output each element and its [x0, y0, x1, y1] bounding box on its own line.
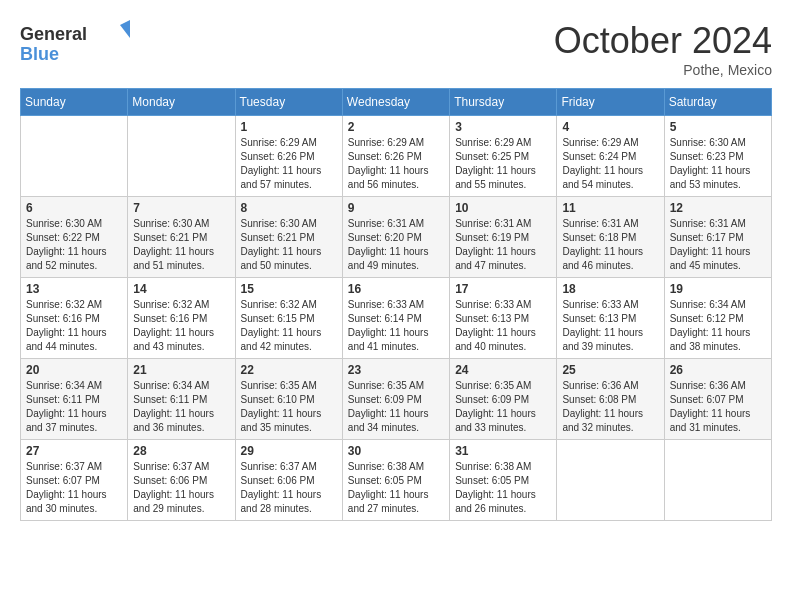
day-number: 24 — [455, 363, 551, 377]
day-info: Sunrise: 6:30 AM Sunset: 6:22 PM Dayligh… — [26, 217, 122, 273]
day-info: Sunrise: 6:29 AM Sunset: 6:26 PM Dayligh… — [348, 136, 444, 192]
table-row: 20Sunrise: 6:34 AM Sunset: 6:11 PM Dayli… — [21, 359, 128, 440]
table-row: 23Sunrise: 6:35 AM Sunset: 6:09 PM Dayli… — [342, 359, 449, 440]
day-info: Sunrise: 6:33 AM Sunset: 6:13 PM Dayligh… — [562, 298, 658, 354]
day-info: Sunrise: 6:37 AM Sunset: 6:07 PM Dayligh… — [26, 460, 122, 516]
table-row: 17Sunrise: 6:33 AM Sunset: 6:13 PM Dayli… — [450, 278, 557, 359]
col-wednesday: Wednesday — [342, 89, 449, 116]
table-row — [21, 116, 128, 197]
day-number: 15 — [241, 282, 337, 296]
day-number: 25 — [562, 363, 658, 377]
day-info: Sunrise: 6:30 AM Sunset: 6:21 PM Dayligh… — [133, 217, 229, 273]
table-row: 5Sunrise: 6:30 AM Sunset: 6:23 PM Daylig… — [664, 116, 771, 197]
day-number: 30 — [348, 444, 444, 458]
table-row: 16Sunrise: 6:33 AM Sunset: 6:14 PM Dayli… — [342, 278, 449, 359]
day-number: 7 — [133, 201, 229, 215]
calendar-week-row: 6Sunrise: 6:30 AM Sunset: 6:22 PM Daylig… — [21, 197, 772, 278]
day-number: 27 — [26, 444, 122, 458]
day-number: 4 — [562, 120, 658, 134]
day-info: Sunrise: 6:35 AM Sunset: 6:09 PM Dayligh… — [348, 379, 444, 435]
day-number: 1 — [241, 120, 337, 134]
table-row: 2Sunrise: 6:29 AM Sunset: 6:26 PM Daylig… — [342, 116, 449, 197]
day-number: 13 — [26, 282, 122, 296]
day-number: 21 — [133, 363, 229, 377]
page-header: General Blue October 2024 Pothe, Mexico — [20, 20, 772, 78]
day-info: Sunrise: 6:31 AM Sunset: 6:20 PM Dayligh… — [348, 217, 444, 273]
day-number: 6 — [26, 201, 122, 215]
table-row: 14Sunrise: 6:32 AM Sunset: 6:16 PM Dayli… — [128, 278, 235, 359]
table-row: 30Sunrise: 6:38 AM Sunset: 6:05 PM Dayli… — [342, 440, 449, 521]
table-row: 29Sunrise: 6:37 AM Sunset: 6:06 PM Dayli… — [235, 440, 342, 521]
calendar-week-row: 27Sunrise: 6:37 AM Sunset: 6:07 PM Dayli… — [21, 440, 772, 521]
day-number: 26 — [670, 363, 766, 377]
location-subtitle: Pothe, Mexico — [554, 62, 772, 78]
day-number: 22 — [241, 363, 337, 377]
day-info: Sunrise: 6:30 AM Sunset: 6:21 PM Dayligh… — [241, 217, 337, 273]
day-info: Sunrise: 6:29 AM Sunset: 6:24 PM Dayligh… — [562, 136, 658, 192]
day-number: 23 — [348, 363, 444, 377]
table-row: 15Sunrise: 6:32 AM Sunset: 6:15 PM Dayli… — [235, 278, 342, 359]
svg-text:General: General — [20, 24, 87, 44]
day-number: 14 — [133, 282, 229, 296]
table-row: 6Sunrise: 6:30 AM Sunset: 6:22 PM Daylig… — [21, 197, 128, 278]
day-info: Sunrise: 6:36 AM Sunset: 6:07 PM Dayligh… — [670, 379, 766, 435]
calendar-week-row: 13Sunrise: 6:32 AM Sunset: 6:16 PM Dayli… — [21, 278, 772, 359]
table-row: 7Sunrise: 6:30 AM Sunset: 6:21 PM Daylig… — [128, 197, 235, 278]
table-row — [128, 116, 235, 197]
day-number: 29 — [241, 444, 337, 458]
table-row: 24Sunrise: 6:35 AM Sunset: 6:09 PM Dayli… — [450, 359, 557, 440]
calendar-week-row: 1Sunrise: 6:29 AM Sunset: 6:26 PM Daylig… — [21, 116, 772, 197]
calendar-table: Sunday Monday Tuesday Wednesday Thursday… — [20, 88, 772, 521]
table-row: 26Sunrise: 6:36 AM Sunset: 6:07 PM Dayli… — [664, 359, 771, 440]
day-info: Sunrise: 6:37 AM Sunset: 6:06 PM Dayligh… — [133, 460, 229, 516]
day-info: Sunrise: 6:31 AM Sunset: 6:19 PM Dayligh… — [455, 217, 551, 273]
table-row: 4Sunrise: 6:29 AM Sunset: 6:24 PM Daylig… — [557, 116, 664, 197]
table-row: 9Sunrise: 6:31 AM Sunset: 6:20 PM Daylig… — [342, 197, 449, 278]
day-info: Sunrise: 6:31 AM Sunset: 6:17 PM Dayligh… — [670, 217, 766, 273]
logo: General Blue — [20, 20, 130, 64]
table-row: 1Sunrise: 6:29 AM Sunset: 6:26 PM Daylig… — [235, 116, 342, 197]
day-info: Sunrise: 6:32 AM Sunset: 6:16 PM Dayligh… — [133, 298, 229, 354]
day-info: Sunrise: 6:34 AM Sunset: 6:11 PM Dayligh… — [26, 379, 122, 435]
day-number: 17 — [455, 282, 551, 296]
day-info: Sunrise: 6:37 AM Sunset: 6:06 PM Dayligh… — [241, 460, 337, 516]
day-info: Sunrise: 6:33 AM Sunset: 6:14 PM Dayligh… — [348, 298, 444, 354]
day-number: 12 — [670, 201, 766, 215]
day-number: 10 — [455, 201, 551, 215]
day-info: Sunrise: 6:33 AM Sunset: 6:13 PM Dayligh… — [455, 298, 551, 354]
day-number: 5 — [670, 120, 766, 134]
day-info: Sunrise: 6:30 AM Sunset: 6:23 PM Dayligh… — [670, 136, 766, 192]
day-number: 20 — [26, 363, 122, 377]
day-info: Sunrise: 6:32 AM Sunset: 6:16 PM Dayligh… — [26, 298, 122, 354]
day-info: Sunrise: 6:34 AM Sunset: 6:12 PM Dayligh… — [670, 298, 766, 354]
logo: General Blue — [20, 20, 130, 64]
table-row: 28Sunrise: 6:37 AM Sunset: 6:06 PM Dayli… — [128, 440, 235, 521]
day-number: 18 — [562, 282, 658, 296]
day-number: 2 — [348, 120, 444, 134]
logo-svg: General Blue — [20, 20, 130, 64]
day-info: Sunrise: 6:31 AM Sunset: 6:18 PM Dayligh… — [562, 217, 658, 273]
col-monday: Monday — [128, 89, 235, 116]
table-row: 11Sunrise: 6:31 AM Sunset: 6:18 PM Dayli… — [557, 197, 664, 278]
table-row: 12Sunrise: 6:31 AM Sunset: 6:17 PM Dayli… — [664, 197, 771, 278]
day-info: Sunrise: 6:36 AM Sunset: 6:08 PM Dayligh… — [562, 379, 658, 435]
day-info: Sunrise: 6:38 AM Sunset: 6:05 PM Dayligh… — [455, 460, 551, 516]
day-number: 28 — [133, 444, 229, 458]
day-number: 16 — [348, 282, 444, 296]
table-row: 25Sunrise: 6:36 AM Sunset: 6:08 PM Dayli… — [557, 359, 664, 440]
table-row: 22Sunrise: 6:35 AM Sunset: 6:10 PM Dayli… — [235, 359, 342, 440]
col-saturday: Saturday — [664, 89, 771, 116]
title-block: October 2024 Pothe, Mexico — [554, 20, 772, 78]
table-row: 31Sunrise: 6:38 AM Sunset: 6:05 PM Dayli… — [450, 440, 557, 521]
table-row: 21Sunrise: 6:34 AM Sunset: 6:11 PM Dayli… — [128, 359, 235, 440]
day-info: Sunrise: 6:34 AM Sunset: 6:11 PM Dayligh… — [133, 379, 229, 435]
table-row — [557, 440, 664, 521]
col-tuesday: Tuesday — [235, 89, 342, 116]
calendar-header-row: Sunday Monday Tuesday Wednesday Thursday… — [21, 89, 772, 116]
day-number: 19 — [670, 282, 766, 296]
table-row: 19Sunrise: 6:34 AM Sunset: 6:12 PM Dayli… — [664, 278, 771, 359]
table-row: 8Sunrise: 6:30 AM Sunset: 6:21 PM Daylig… — [235, 197, 342, 278]
day-info: Sunrise: 6:38 AM Sunset: 6:05 PM Dayligh… — [348, 460, 444, 516]
svg-text:Blue: Blue — [20, 44, 59, 64]
table-row: 3Sunrise: 6:29 AM Sunset: 6:25 PM Daylig… — [450, 116, 557, 197]
